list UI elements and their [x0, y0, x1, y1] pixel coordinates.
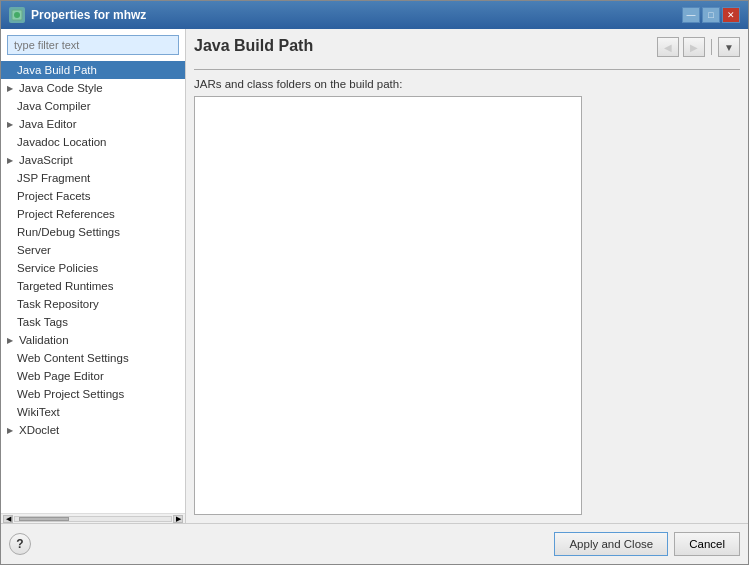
nav-arrow-java-code-style: ▶	[7, 84, 13, 93]
nav-item-xdoclet[interactable]: ▶XDoclet	[1, 421, 185, 439]
nav-item-javadoc-location[interactable]: Javadoc Location	[1, 133, 185, 151]
nav-arrow-xdoclet: ▶	[7, 426, 13, 435]
nav-item-targeted-runtimes[interactable]: Targeted Runtimes	[1, 277, 185, 295]
bottom-right: Apply and Close Cancel	[554, 532, 740, 556]
properties-dialog: Properties for mhwz — □ ✕ Java Build Pat…	[0, 0, 749, 565]
nav-arrow-javascript: ▶	[7, 156, 13, 165]
nav-forward-button[interactable]: ▶	[683, 37, 705, 57]
panel-title: Java Build Path	[194, 37, 313, 55]
nav-label-web-content-settings: Web Content Settings	[17, 352, 129, 364]
nav-label-jsp-fragment: JSP Fragment	[17, 172, 90, 184]
close-button[interactable]: ✕	[722, 7, 740, 23]
nav-item-java-build-path[interactable]: Java Build Path	[1, 61, 185, 79]
right-panel: Java Build Path ◀ ▶ ▼ JARs and class fol…	[186, 29, 748, 523]
minimize-button[interactable]: —	[682, 7, 700, 23]
bottom-bar: ? Apply and Close Cancel	[1, 523, 748, 564]
nav-label-java-code-style: Java Code Style	[19, 82, 103, 94]
nav-list: Java Build Path▶Java Code StyleJava Comp…	[1, 61, 185, 513]
nav-item-task-tags[interactable]: Task Tags	[1, 313, 185, 331]
nav-label-validation: Validation	[19, 334, 69, 346]
filter-input[interactable]	[7, 35, 179, 55]
nav-item-validation[interactable]: ▶Validation	[1, 331, 185, 349]
nav-label-java-editor: Java Editor	[19, 118, 77, 130]
nav-scrollbar: ◀ ▶	[1, 513, 185, 523]
nav-separator	[711, 39, 712, 55]
nav-label-javascript: JavaScript	[19, 154, 73, 166]
title-bar: Properties for mhwz — □ ✕	[1, 1, 748, 29]
nav-arrow-java-editor: ▶	[7, 120, 13, 129]
main-content	[194, 96, 740, 515]
nav-label-javadoc-location: Javadoc Location	[17, 136, 107, 148]
nav-item-service-policies[interactable]: Service Policies	[1, 259, 185, 277]
bottom-left: ?	[9, 533, 31, 555]
build-path-section	[194, 96, 582, 515]
cancel-button[interactable]: Cancel	[674, 532, 740, 556]
nav-item-run-debug-settings[interactable]: Run/Debug Settings	[1, 223, 185, 241]
nav-item-web-content-settings[interactable]: Web Content Settings	[1, 349, 185, 367]
apply-and-close-button[interactable]: Apply and Close	[554, 532, 668, 556]
nav-item-java-compiler[interactable]: Java Compiler	[1, 97, 185, 115]
svg-point-1	[14, 12, 20, 18]
scroll-right-arrow[interactable]: ▶	[173, 515, 183, 523]
title-bar-buttons: — □ ✕	[682, 7, 740, 23]
nav-label-server: Server	[17, 244, 51, 256]
nav-item-java-editor[interactable]: ▶Java Editor	[1, 115, 185, 133]
nav-label-web-page-editor: Web Page Editor	[17, 370, 104, 382]
nav-item-task-repository[interactable]: Task Repository	[1, 295, 185, 313]
nav-item-jsp-fragment[interactable]: JSP Fragment	[1, 169, 185, 187]
nav-label-task-repository: Task Repository	[17, 298, 99, 310]
left-nav-panel: Java Build Path▶Java Code StyleJava Comp…	[1, 29, 186, 523]
nav-label-project-facets: Project Facets	[17, 190, 91, 202]
nav-label-web-project-settings: Web Project Settings	[17, 388, 124, 400]
scroll-track[interactable]	[14, 516, 172, 522]
tree-container[interactable]	[194, 96, 582, 515]
toolbar-nav: ◀ ▶ ▼	[657, 37, 740, 57]
nav-label-xdoclet: XDoclet	[19, 424, 59, 436]
nav-item-web-page-editor[interactable]: Web Page Editor	[1, 367, 185, 385]
nav-label-service-policies: Service Policies	[17, 262, 98, 274]
nav-label-java-compiler: Java Compiler	[17, 100, 91, 112]
nav-item-javascript[interactable]: ▶JavaScript	[1, 151, 185, 169]
scroll-thumb	[19, 517, 69, 521]
nav-label-project-references: Project References	[17, 208, 115, 220]
nav-label-targeted-runtimes: Targeted Runtimes	[17, 280, 114, 292]
nav-item-project-facets[interactable]: Project Facets	[1, 187, 185, 205]
tab-bar	[194, 69, 740, 70]
content-area: Java Build Path▶Java Code StyleJava Comp…	[1, 29, 748, 523]
dialog-icon	[9, 7, 25, 23]
maximize-button[interactable]: □	[702, 7, 720, 23]
nav-label-run-debug-settings: Run/Debug Settings	[17, 226, 120, 238]
nav-item-server[interactable]: Server	[1, 241, 185, 259]
scroll-left-arrow[interactable]: ◀	[3, 515, 13, 523]
nav-item-project-references[interactable]: Project References	[1, 205, 185, 223]
nav-label-task-tags: Task Tags	[17, 316, 68, 328]
help-button[interactable]: ?	[9, 533, 31, 555]
nav-back-button[interactable]: ◀	[657, 37, 679, 57]
nav-arrow-validation: ▶	[7, 336, 13, 345]
nav-item-web-project-settings[interactable]: Web Project Settings	[1, 385, 185, 403]
nav-item-java-code-style[interactable]: ▶Java Code Style	[1, 79, 185, 97]
dialog-title: Properties for mhwz	[31, 8, 146, 22]
nav-label-wikitext: WikiText	[17, 406, 60, 418]
buttons-panel	[590, 96, 740, 515]
title-bar-left: Properties for mhwz	[9, 7, 146, 23]
nav-dropdown-button[interactable]: ▼	[718, 37, 740, 57]
nav-label-java-build-path: Java Build Path	[17, 64, 97, 76]
section-label: JARs and class folders on the build path…	[194, 78, 740, 90]
nav-item-wikitext[interactable]: WikiText	[1, 403, 185, 421]
